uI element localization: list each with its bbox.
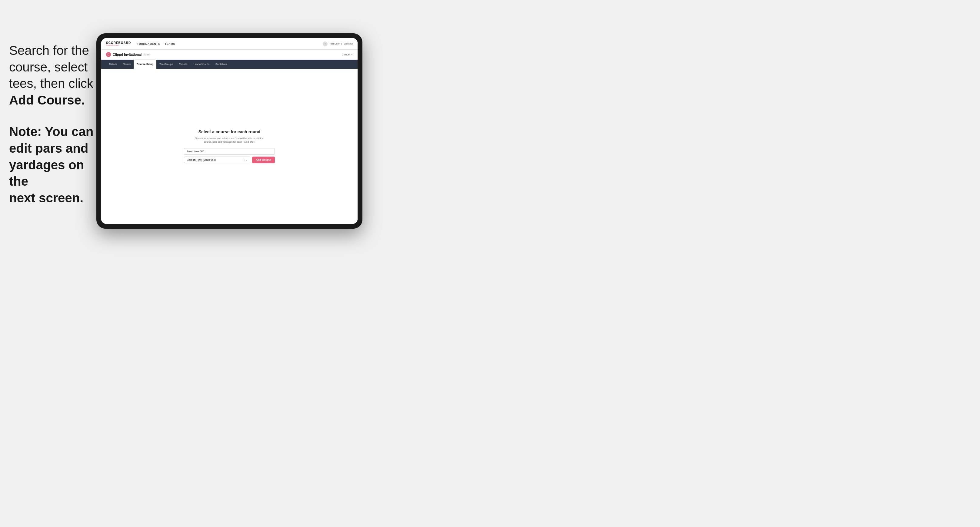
tee-select-value: Gold (M) (M) (7010 yds) (187, 159, 216, 162)
signout-link[interactable]: Sign out (344, 43, 353, 45)
tab-details[interactable]: Details (106, 60, 120, 69)
logo-subtitle: Powered by clippd (106, 44, 131, 46)
instruction-highlight: Add Course. (9, 93, 85, 107)
tab-tee-groups[interactable]: Tee Groups (156, 60, 176, 69)
tee-select[interactable]: Gold (M) (M) (7010 yds) × ⌄ (184, 157, 250, 163)
tab-course-setup[interactable]: Course Setup (134, 60, 156, 69)
nav-links: TOURNAMENTS TEAMS (137, 43, 323, 45)
nav-user-area: T Test User | Sign out (323, 41, 353, 46)
course-search-input[interactable] (184, 148, 275, 155)
logo-area: SCOREBOARD Powered by clippd (106, 41, 131, 46)
tab-teams[interactable]: Teams (120, 60, 134, 69)
tee-clear-btn[interactable]: × (243, 159, 245, 162)
cancel-button[interactable]: Cancel × (342, 53, 353, 56)
tee-select-row: Gold (M) (M) (7010 yds) × ⌄ Add Course (184, 157, 275, 163)
top-nav: SCOREBOARD Powered by clippd TOURNAMENTS… (101, 38, 358, 50)
tournament-title-row: C Clippd Invitational (Men) (106, 52, 151, 57)
course-select-title: Select a course for each round (199, 129, 261, 134)
clippd-icon: C (106, 52, 111, 57)
instruction-line3: tees, then click (9, 76, 93, 90)
tabs-bar: Details Teams Course Setup Tee Groups Re… (101, 60, 358, 69)
tournament-name: Clippd Invitational (113, 53, 142, 56)
nav-separator: | (342, 43, 342, 45)
tab-printables[interactable]: Printables (212, 60, 230, 69)
main-content: Select a course for each round Search fo… (101, 69, 358, 224)
left-panel: Search for the course, select tees, then… (9, 43, 97, 206)
tablet-frame: SCOREBOARD Powered by clippd TOURNAMENTS… (96, 33, 363, 229)
note-line2: edit pars and (9, 141, 88, 156)
tab-results[interactable]: Results (176, 60, 190, 69)
instruction-line1: Search for the (9, 43, 89, 57)
course-select-section: Select a course for each round Search fo… (184, 129, 275, 163)
instruction-text: Search for the course, select tees, then… (9, 43, 97, 108)
nav-tournaments[interactable]: TOURNAMENTS (137, 43, 160, 45)
note-line3: yardages on the (9, 158, 84, 189)
note-line4: next screen. (9, 191, 83, 205)
user-avatar: T (323, 41, 328, 46)
nav-teams[interactable]: TEAMS (165, 43, 175, 45)
instruction-line2: course, select (9, 60, 88, 74)
tee-expand-btn[interactable]: ⌄ (245, 159, 248, 162)
tablet-screen: SCOREBOARD Powered by clippd TOURNAMENTS… (101, 38, 358, 224)
tournament-header: C Clippd Invitational (Men) Cancel × (101, 50, 358, 60)
note-text: Note: You can edit pars and yardages on … (9, 124, 97, 206)
tee-select-controls: × ⌄ (243, 159, 248, 162)
note-line1: Note: You can (9, 124, 93, 139)
tab-leaderboards[interactable]: Leaderboards (191, 60, 212, 69)
course-select-desc: Search for a course and select a tee. Yo… (195, 137, 263, 144)
user-name: Test User (329, 43, 340, 45)
tournament-gender: (Men) (143, 53, 151, 56)
add-course-button[interactable]: Add Course (252, 157, 275, 163)
